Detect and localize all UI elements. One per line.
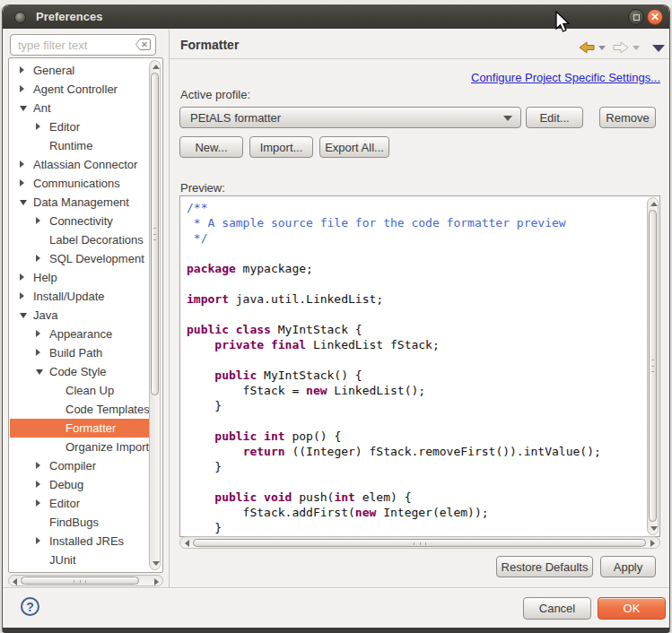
preview-area[interactable]: /** * A sample source file for the code … <box>179 195 660 537</box>
preview-vertical-scrollbar[interactable] <box>647 197 659 535</box>
remove-button[interactable]: Remove <box>599 107 656 128</box>
tree-item-install-update[interactable]: Install/Update <box>10 287 151 306</box>
export-all-button[interactable]: Export All... <box>319 136 389 158</box>
tree-item-editor[interactable]: Editor <box>10 117 151 136</box>
edit-button[interactable]: Edit... <box>526 107 583 128</box>
tree-item-findbugs[interactable]: FindBugs <box>10 513 151 532</box>
footer-divider <box>3 587 670 588</box>
tree-item-data-management[interactable]: Data Management <box>10 193 151 212</box>
preview-scrollbar-thumb[interactable] <box>649 210 657 522</box>
tree-item-appearance[interactable]: Appearance <box>10 325 151 343</box>
tree-item-agent-controller[interactable]: Agent Controller <box>10 80 151 99</box>
tree-item-label: Debug <box>49 478 83 491</box>
panel-divider <box>169 30 170 587</box>
scroll-down-icon[interactable] <box>153 561 160 566</box>
expand-arrow-icon[interactable] <box>36 499 40 507</box>
expand-arrow-icon[interactable] <box>36 330 40 337</box>
tree-item-build-path[interactable]: Build Path <box>10 343 151 362</box>
code-line: private final LinkedList fStack; <box>187 337 645 352</box>
help-button[interactable]: ? <box>21 597 39 616</box>
collapse-arrow-icon[interactable] <box>20 313 27 318</box>
back-history-dropdown-icon[interactable] <box>598 46 606 50</box>
expand-arrow-icon[interactable] <box>36 537 40 544</box>
scroll-right-icon[interactable] <box>154 578 159 585</box>
tree-scrollbar-thumb[interactable] <box>151 73 159 395</box>
scroll-up-icon[interactable] <box>153 65 160 69</box>
configure-project-settings-link[interactable]: Configure Project Specific Settings... <box>471 71 660 84</box>
tree-item-runtime[interactable]: Runtime <box>10 136 151 155</box>
active-profile-value: PEtALS formatter <box>190 111 281 125</box>
tree-item-general[interactable]: General <box>10 61 151 80</box>
ok-button[interactable]: OK <box>598 597 666 620</box>
expand-arrow-icon[interactable] <box>36 481 40 488</box>
maximize-button[interactable] <box>628 9 644 25</box>
window-title: Preferences <box>36 10 102 23</box>
view-menu-icon[interactable] <box>652 45 665 52</box>
tree-item-label: Formatter <box>65 421 116 435</box>
cancel-button[interactable]: Cancel <box>523 597 591 620</box>
back-icon[interactable] <box>579 41 595 54</box>
filter-input[interactable] <box>10 34 156 56</box>
tree-item-ant[interactable]: Ant <box>10 99 151 117</box>
forward-icon[interactable] <box>613 41 629 54</box>
preferences-tree-box: GeneralAgent ControllerAntEditorRuntimeA… <box>8 57 163 573</box>
tree-item-help[interactable]: Help <box>10 268 151 287</box>
expand-arrow-icon[interactable] <box>36 123 40 130</box>
tree-item-communications[interactable]: Communications <box>10 174 151 193</box>
collapse-arrow-icon[interactable] <box>20 106 27 111</box>
tree-item-debug[interactable]: Debug <box>10 475 151 494</box>
expand-arrow-icon[interactable] <box>20 85 24 92</box>
tree-item-clean-up[interactable]: Clean Up <box>10 381 151 400</box>
collapse-arrow-icon[interactable] <box>36 369 43 375</box>
tree-item-formatter[interactable]: Formatter <box>10 419 151 438</box>
expand-arrow-icon[interactable] <box>36 349 40 356</box>
tree-item-code-templates[interactable]: Code Templates <box>10 400 151 419</box>
tree-vertical-scrollbar[interactable] <box>149 60 161 570</box>
import-button[interactable]: Import... <box>249 136 313 158</box>
scroll-up-icon[interactable] <box>650 202 658 206</box>
clear-filter-icon[interactable] <box>135 39 151 50</box>
active-profile-select[interactable]: PEtALS formatter <box>179 107 521 128</box>
tree-item-installed-jres[interactable]: Installed JREs <box>10 532 151 551</box>
expand-arrow-icon[interactable] <box>20 179 24 186</box>
tree-item-editor[interactable]: Editor <box>10 494 151 513</box>
tree-h-scrollbar-thumb[interactable] <box>21 577 139 585</box>
code-line <box>187 474 645 490</box>
forward-history-dropdown-icon[interactable] <box>633 46 640 50</box>
collapse-arrow-icon[interactable] <box>20 200 27 205</box>
tree-item-junit[interactable]: JUnit <box>10 551 151 569</box>
tree-item-atlassian-connector[interactable]: Atlassian Connector <box>10 155 151 174</box>
preview-horizontal-scrollbar[interactable] <box>179 536 660 549</box>
scroll-left-icon[interactable] <box>13 578 17 585</box>
expand-arrow-icon[interactable] <box>36 255 40 262</box>
new-button[interactable]: New... <box>179 136 243 158</box>
tree-item-code-style[interactable]: Code Style <box>10 362 151 381</box>
expand-arrow-icon[interactable] <box>20 292 24 299</box>
tree-item-connectivity[interactable]: Connectivity <box>10 212 151 230</box>
apply-button[interactable]: Apply <box>600 556 656 577</box>
tree-item-label-decorations[interactable]: Label Decorations <box>10 230 151 249</box>
tree-horizontal-scrollbar[interactable] <box>8 575 163 586</box>
tree-item-label: Installed JREs <box>49 534 124 548</box>
tree-item-organize-imports[interactable]: Organize Imports <box>10 438 151 456</box>
tree-item-sql-development[interactable]: SQL Development <box>10 249 151 268</box>
chevron-down-icon <box>503 116 512 121</box>
close-button[interactable]: ✕ <box>647 9 663 25</box>
expand-arrow-icon[interactable] <box>20 66 24 74</box>
expand-arrow-icon[interactable] <box>20 273 24 281</box>
preferences-dialog: Preferences ✕ GeneralAgent ControllerAnt… <box>2 4 670 633</box>
expand-arrow-icon[interactable] <box>36 217 40 224</box>
tree-item-label: JUnit <box>49 553 76 567</box>
expand-arrow-icon[interactable] <box>20 160 24 168</box>
code-line: } <box>187 520 645 535</box>
scroll-down-icon[interactable] <box>650 526 658 531</box>
expand-arrow-icon[interactable] <box>36 462 40 469</box>
restore-defaults-button[interactable]: Restore Defaults <box>496 556 593 577</box>
preview-h-scrollbar-thumb[interactable] <box>193 539 646 547</box>
tree-item-compiler[interactable]: Compiler <box>10 456 151 475</box>
tree-item-label: Build Path <box>49 346 102 360</box>
scroll-right-icon[interactable] <box>650 540 655 547</box>
scroll-left-icon[interactable] <box>185 540 189 547</box>
tree-item-java[interactable]: Java <box>10 306 151 325</box>
code-line <box>187 246 645 261</box>
